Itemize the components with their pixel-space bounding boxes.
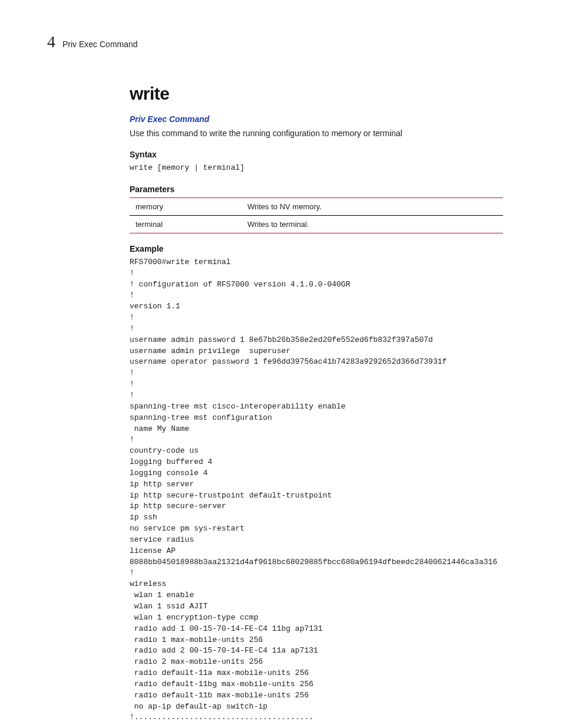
example-code: RFS7000#write terminal ! ! configuration… <box>130 257 503 723</box>
example-heading: Example <box>130 244 503 253</box>
syntax-code: write [memory | terminal] <box>130 163 503 174</box>
table-row: memory Writes to NV memory. <box>130 197 503 215</box>
command-title: write <box>130 84 503 104</box>
section-crossref-link[interactable]: Priv Exec Command <box>130 114 503 124</box>
parameters-heading: Parameters <box>130 185 503 194</box>
param-name: memory <box>130 197 242 215</box>
chapter-number: 4 <box>47 32 55 51</box>
syntax-heading: Syntax <box>130 150 503 159</box>
chapter-title: Priv Exec Command <box>62 39 138 49</box>
parameters-table: memory Writes to NV memory. terminal Wri… <box>130 197 503 233</box>
param-desc: Writes to NV memory. <box>242 197 503 215</box>
running-header: 4 Priv Exec Command <box>47 32 515 51</box>
table-row: terminal Writes to terminal. <box>130 215 503 233</box>
param-name: terminal <box>130 215 242 233</box>
param-desc: Writes to terminal. <box>242 215 503 233</box>
document-page: 4 Priv Exec Command write Priv Exec Comm… <box>0 0 562 728</box>
command-description: Use this command to write the running co… <box>130 129 503 138</box>
content-column: write Priv Exec Command Use this command… <box>130 84 503 723</box>
